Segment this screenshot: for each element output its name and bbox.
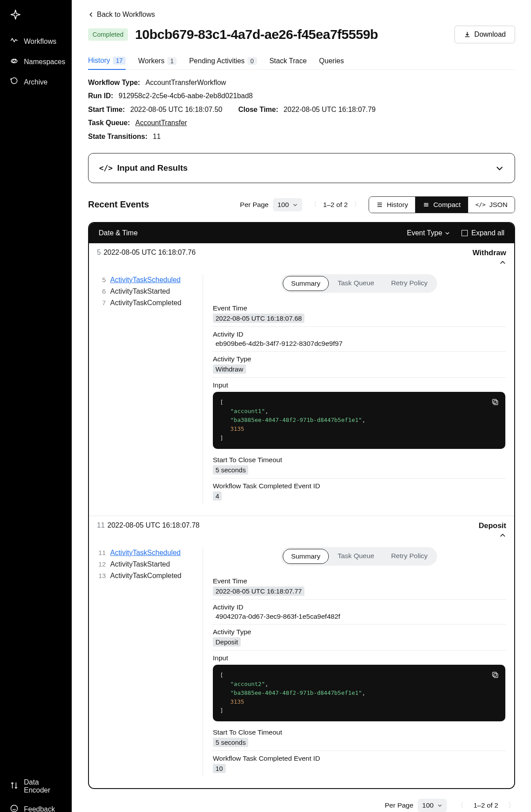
col-date-time: Date & Time	[99, 229, 138, 237]
event-name: Withdraw	[473, 249, 506, 257]
sub-event[interactable]: 7ActivityTaskCompleted	[97, 297, 196, 309]
expand-all-toggle[interactable]: Expand all	[462, 229, 504, 237]
chevron-down-icon	[437, 803, 442, 808]
detail-tab-retry-policy[interactable]: Retry Policy	[383, 549, 436, 564]
sidebar-item-label: Workflows	[24, 38, 57, 46]
tab-workers[interactable]: Workers1	[138, 57, 177, 69]
feedback-icon	[10, 804, 19, 812]
sub-event-label: ActivityTaskStarted	[110, 560, 170, 568]
field-value: eb909be6-4d2b-34f7-9122-8307dc9e9f97	[213, 340, 505, 348]
event-timestamp: 2022-08-05 UTC 16:18:07.78	[108, 521, 200, 529]
sidebar-item-archive[interactable]: Archive	[0, 73, 72, 92]
view-history[interactable]: History	[369, 197, 416, 213]
detail-tab-task-queue[interactable]: Task Queue	[330, 276, 382, 291]
workflow-type-value: AccountTransferWorkflow	[146, 76, 226, 89]
svg-rect-4	[494, 674, 498, 678]
tab-stack-trace[interactable]: Stack Trace	[269, 57, 307, 69]
detail-tab-summary[interactable]: Summary	[283, 276, 329, 291]
page-status-bottom: 1–2 of 2	[473, 801, 498, 809]
sub-event[interactable]: 11ActivityTaskScheduled	[97, 547, 196, 559]
event-row: 5 2022-08-05 UTC 16:18:07.76Withdraw5Act…	[89, 243, 514, 516]
chevron-down-icon	[445, 230, 450, 236]
tab-history[interactable]: History17	[88, 57, 126, 70]
view-json[interactable]: </> JSON	[468, 197, 515, 213]
page-prev[interactable]: 〈	[310, 200, 317, 209]
sidebar-item-workflows[interactable]: Workflows	[0, 32, 72, 51]
field-value: Withdraw	[213, 364, 246, 374]
copy-button[interactable]	[489, 396, 501, 408]
collapse-button[interactable]	[479, 532, 506, 541]
copy-button[interactable]	[489, 669, 501, 681]
archive-icon	[10, 77, 19, 88]
sidebar-item-label: Namespaces	[24, 58, 65, 66]
detail-tab-task-queue[interactable]: Task Queue	[330, 549, 382, 564]
tab-pending-activities[interactable]: Pending Activities0	[189, 57, 257, 69]
svg-rect-3	[493, 399, 496, 403]
checkbox-icon	[462, 230, 468, 236]
sub-event[interactable]: 5ActivityTaskScheduled	[97, 274, 196, 286]
page-next-bottom[interactable]: 〉	[508, 801, 515, 810]
run-id-value: 912958c2-2c5e-4cb6-aabe-2eb8d021bad8	[119, 89, 253, 103]
field-value: 2022-08-05 UTC 16:18:07.77	[213, 586, 304, 596]
state-transitions-value: 11	[153, 130, 161, 143]
tab-badge: 1	[167, 57, 177, 65]
field-value: Deposit	[213, 637, 241, 647]
tab-badge: 17	[113, 57, 126, 65]
tab-badge: 0	[247, 57, 257, 65]
code-icon: </>	[475, 201, 485, 208]
detail-tab-retry-policy[interactable]: Retry Policy	[383, 276, 436, 291]
svg-rect-5	[493, 672, 496, 676]
sidebar-item-label: Archive	[24, 78, 47, 86]
input-code-block: [ "account2", "ba3885ee-4047-48f2-971b-d…	[213, 665, 505, 722]
start-time-value: 2022-08-05 UTC 16:18:07.50	[130, 103, 222, 116]
detail-tabs: SummaryTask QueueRetry Policy	[281, 274, 438, 293]
sub-event-label[interactable]: ActivityTaskScheduled	[110, 276, 181, 284]
event-type-filter[interactable]: Event Type	[407, 229, 450, 237]
event-number: 11	[97, 521, 105, 529]
workflows-icon	[10, 36, 19, 47]
event-name: Deposit	[479, 521, 506, 530]
status-badge: Completed	[88, 28, 128, 41]
field-value: 5 seconds	[213, 465, 248, 475]
code-icon: </>	[99, 164, 113, 172]
view-compact[interactable]: Compact	[416, 197, 468, 213]
sub-event[interactable]: 6ActivityTaskStarted	[97, 286, 196, 297]
list-icon	[376, 201, 383, 208]
sub-event-label[interactable]: ActivityTaskScheduled	[110, 549, 181, 557]
input-code-block: [ "account1", "ba3885ee-4047-48f2-971b-d…	[213, 392, 505, 449]
events-table: Date & Time Event Type Expand all 5 2022…	[88, 222, 515, 789]
sub-event-label: ActivityTaskStarted	[110, 287, 170, 295]
sidebar-item-label: Data Encoder	[24, 778, 62, 794]
back-link[interactable]: Back to Workflows	[88, 11, 515, 19]
chevron-left-icon	[88, 11, 94, 18]
detail-tabs: SummaryTask QueueRetry Policy	[281, 547, 438, 566]
per-page-select-bottom[interactable]: 100	[418, 799, 447, 812]
per-page-select[interactable]: 100	[273, 198, 302, 211]
input-results-panel[interactable]: </> Input and Results	[88, 153, 515, 183]
event-row: 11 2022-08-05 UTC 16:18:07.78Deposit11Ac…	[89, 516, 514, 789]
sidebar-item-namespaces[interactable]: Namespaces	[0, 52, 72, 72]
chevron-down-icon	[495, 164, 504, 172]
detail-tab-summary[interactable]: Summary	[283, 549, 329, 564]
svg-point-1	[11, 805, 18, 812]
field-value: 2022-08-05 UTC 16:18:07.68	[213, 314, 304, 323]
page-next[interactable]: 〉	[354, 200, 361, 209]
sub-event[interactable]: 12ActivityTaskStarted	[97, 559, 196, 570]
back-label: Back to Workflows	[97, 11, 155, 19]
compact-icon	[423, 201, 430, 208]
tabs: History17Workers1Pending Activities0Stac…	[88, 57, 515, 70]
workflow-meta: Workflow Type: AccountTransferWorkflow R…	[88, 76, 515, 143]
sidebar-item-feedback[interactable]: Feedback	[0, 800, 72, 812]
download-button[interactable]: Download	[454, 26, 515, 43]
sidebar-item-data-encoder[interactable]: Data Encoder	[0, 774, 72, 799]
field-value: 4	[213, 491, 222, 501]
task-queue-link[interactable]: AccountTransfer	[135, 116, 187, 130]
dataencoder-icon	[10, 781, 19, 792]
page-prev-bottom[interactable]: 〈	[457, 801, 464, 810]
chevron-down-icon	[292, 202, 298, 207]
collapse-button[interactable]	[473, 259, 506, 268]
view-mode-switch: History Compact </> JSON	[369, 196, 515, 213]
sub-event-label: ActivityTaskCompleted	[110, 572, 181, 580]
sub-event[interactable]: 13ActivityTaskCompleted	[97, 570, 196, 582]
tab-queries[interactable]: Queries	[319, 57, 344, 69]
